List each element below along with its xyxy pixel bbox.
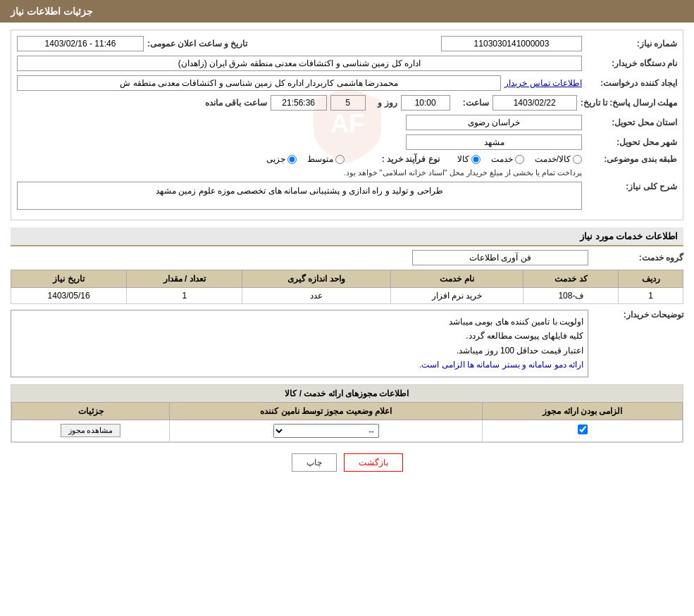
- buyer-org-value: اداره کل زمین شناسی و اکتشافات معدنی منط…: [17, 56, 582, 71]
- content-area: AF شماره نیاز: 1103030141000003 تاریخ و …: [0, 23, 694, 489]
- city-label: شهر محل تحویل:: [585, 137, 677, 147]
- print-button[interactable]: چاپ: [292, 453, 337, 472]
- main-info-section: AF شماره نیاز: 1103030141000003 تاریخ و …: [11, 30, 683, 220]
- buyer-org-label: نام دستگاه خریدار:: [585, 58, 677, 68]
- perm-required-cell: [483, 420, 683, 441]
- description-label: شرح کلی نیاز:: [585, 182, 677, 191]
- service-group-label: گروه خدمت:: [592, 253, 683, 263]
- category-label: طبقه بندی موضوعی:: [585, 154, 677, 164]
- col-quantity: تعداد / مقدار: [127, 270, 242, 288]
- page-wrapper: جزئیات اطلاعات نیاز AF شماره نیاز: 11030…: [0, 0, 694, 616]
- service-group-value: فن آوری اطلاعات: [412, 250, 588, 265]
- description-row: شرح کلی نیاز: طراحی و تولید و راه اندازی…: [17, 182, 677, 210]
- buyer-note-item: کلیه فایلهای پیوست مطالعه گردد.: [16, 329, 583, 343]
- response-date-value: 1403/02/22: [492, 95, 577, 111]
- services-cell-row: 1: [619, 288, 683, 304]
- province-value: خراسان رضوی: [406, 115, 582, 130]
- category-option-khedmat[interactable]: خدمت: [491, 154, 524, 164]
- view-permit-button[interactable]: مشاهده مجوز: [61, 424, 121, 437]
- response-remaining-label: ساعت باقی مانده: [204, 98, 267, 108]
- perm-row: -- مشاهده مجوز: [12, 420, 683, 441]
- description-value: طراحی و تولید و راه اندازی و پشتیبانی سا…: [17, 182, 582, 210]
- perm-details-cell: مشاهده مجوز: [12, 420, 170, 441]
- need-number-value: 1103030141000003: [441, 36, 582, 51]
- permissions-table: الزامی بودن ارائه مجوز اعلام وضعیت مجوز …: [11, 402, 683, 442]
- page-header: جزئیات اطلاعات نیاز: [0, 0, 694, 23]
- purchase-type-label-jozii: جزیی: [266, 154, 285, 164]
- perm-col-required: الزامی بودن ارائه مجوز: [483, 402, 683, 420]
- announce-date-value: 1403/02/16 - 11:46: [17, 36, 144, 51]
- services-table-row: 1ف-108خرید نرم افزارعدد11403/05/16: [11, 288, 683, 304]
- perm-col-status: اعلام وضعیت مجوز توسط نامین کننده: [170, 402, 483, 420]
- purchase-type-note: پرداخت تمام یا بخشی از مبلغ خریدار محل "…: [343, 168, 582, 177]
- creator-value: محمدرضا هاشمی کاربردار اداره کل زمین شنا…: [17, 75, 501, 91]
- svg-text:AF: AF: [330, 108, 364, 137]
- page-title: جزئیات اطلاعات نیاز: [11, 6, 93, 17]
- city-value: مشهد: [406, 134, 582, 150]
- services-cell-unit: عدد: [242, 288, 390, 304]
- services-cell-quantity: 1: [127, 288, 242, 304]
- category-label-kala: کالا: [457, 154, 469, 164]
- announce-date-label: تاریخ و ساعت اعلان عمومی:: [147, 39, 247, 49]
- need-number-row: شماره نیاز: 1103030141000003 تاریخ و ساع…: [17, 36, 677, 51]
- buyer-notes-label: توضیحات خریدار:: [592, 310, 683, 320]
- buyer-note-item: اولویت با تامین کننده های بومی میباشد: [16, 315, 583, 329]
- col-date: تاریخ نیاز: [11, 270, 127, 288]
- service-group-row: گروه خدمت: فن آوری اطلاعات: [11, 250, 683, 265]
- buyer-notes-content: اولویت با تامین کننده های بومی میباشدکلی…: [11, 310, 588, 377]
- perm-status-cell: --: [170, 420, 483, 441]
- buyer-notes-row: توضیحات خریدار: اولویت با تامین کننده ها…: [11, 310, 683, 377]
- col-service-name: نام خدمت: [390, 270, 523, 288]
- buyer-org-row: نام دستگاه خریدار: اداره کل زمین شناسی و…: [17, 56, 677, 71]
- response-time-value: 10:00: [401, 95, 450, 111]
- creator-contact-link[interactable]: اطلاعات تماس خریدار: [504, 78, 582, 88]
- col-unit: واحد اندازه گیری: [242, 270, 390, 288]
- category-radio-kala-khedmat[interactable]: [573, 155, 582, 164]
- services-section-title: اطلاعات خدمات مورد نیاز: [11, 227, 683, 246]
- services-cell-code: ف-108: [523, 288, 619, 304]
- purchase-note-row: پرداخت تمام یا بخشی از مبلغ خریدار محل "…: [17, 168, 677, 177]
- category-label-kala-khedmat: کالا/خدمت: [535, 154, 571, 164]
- perm-required-checkbox[interactable]: [578, 425, 588, 434]
- services-cell-name: خرید نرم افزار: [390, 288, 523, 304]
- back-button[interactable]: بازگشت: [344, 453, 403, 472]
- category-label-khedmat: خدمت: [491, 154, 513, 164]
- purchase-type-jozii[interactable]: جزیی: [266, 154, 297, 164]
- creator-label: ایجاد کننده درخواست:: [585, 78, 677, 88]
- category-option-kala-khedmat[interactable]: کالا/خدمت: [535, 154, 582, 164]
- services-table: ردیف کد خدمت نام خدمت واحد اندازه گیری ت…: [11, 270, 683, 304]
- col-row-num: ردیف: [619, 270, 683, 288]
- category-radio-kala[interactable]: [471, 155, 481, 164]
- services-cell-date: 1403/05/16: [11, 288, 127, 304]
- perm-col-details: جزئیات: [12, 402, 170, 420]
- purchase-type-radio-jozii[interactable]: [287, 155, 297, 164]
- category-radio-khedmat[interactable]: [515, 155, 524, 164]
- watermark-icon: AF: [305, 83, 390, 168]
- perm-status-select[interactable]: --: [273, 424, 379, 438]
- category-radio-group: کالا/خدمت خدمت کالا: [457, 154, 582, 164]
- category-option-kala[interactable]: کالا: [457, 154, 481, 164]
- need-number-label: شماره نیاز:: [585, 39, 677, 49]
- permissions-section: اطلاعات مجوزهای ارائه خدمت / کالا الزامی…: [11, 384, 683, 443]
- buyer-note-item: ارائه دمو سامانه و بستر سامانه ها الزامی…: [16, 358, 583, 372]
- buyer-note-item: اعتبار قیمت حداقل 100 روز میباشد.: [16, 344, 583, 358]
- province-label: استان محل تحویل:: [585, 118, 677, 127]
- response-date-label: مهلت ارسال پاسخ: تا تاریخ:: [581, 98, 677, 108]
- response-time-label: ساعت:: [454, 98, 489, 108]
- col-service-code: کد خدمت: [523, 270, 619, 288]
- permissions-header: اطلاعات مجوزهای ارائه خدمت / کالا: [11, 385, 683, 402]
- bottom-buttons: بازگشت چاپ: [11, 453, 683, 472]
